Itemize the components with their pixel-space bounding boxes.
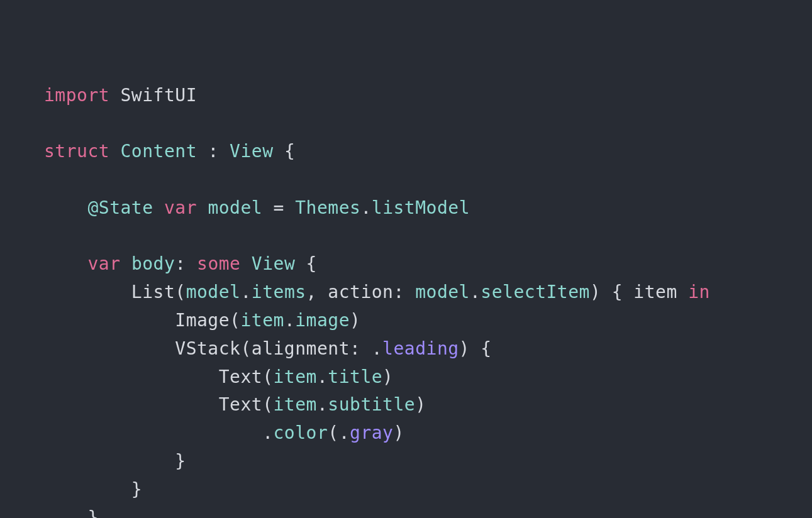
token-param: item [240, 310, 284, 331]
token-keyword: var [87, 253, 120, 274]
code-line [44, 223, 768, 251]
token-property: listModel [372, 197, 470, 218]
token-property: image [295, 310, 350, 331]
token-property: body [131, 253, 175, 274]
token-default: . [284, 310, 295, 331]
code-line [44, 109, 768, 138]
token-default: . [470, 282, 481, 302]
token-type: View [252, 253, 295, 274]
code-line [44, 166, 768, 194]
token-default [197, 197, 208, 218]
code-line: @State var model = Themes.listModel [44, 194, 768, 223]
token-default: , action: [306, 282, 416, 302]
token-default: Image( [44, 310, 240, 331]
token-enum: leading [382, 338, 459, 359]
token-default: ) { item [590, 282, 688, 302]
code-line: } [44, 504, 768, 518]
token-property: model [208, 197, 262, 218]
token-default [44, 197, 87, 218]
token-default: : [197, 141, 230, 162]
token-default: ) [350, 310, 360, 331]
token-keyword: some [197, 253, 240, 274]
code-block: import SwiftUI struct Content : View { @… [44, 82, 768, 518]
token-default: ) { [459, 338, 492, 359]
token-default: { [274, 141, 296, 162]
code-line: List(model.items, action: model.selectIt… [44, 278, 768, 307]
token-default: . [240, 282, 251, 302]
token-property: title [328, 366, 382, 387]
code-line: } [44, 448, 768, 476]
token-default: ) [382, 366, 393, 387]
token-param: model [415, 282, 470, 302]
token-default: . [317, 366, 328, 387]
token-type: View [230, 141, 273, 162]
token-enum: gray [350, 422, 393, 443]
token-param: item [274, 394, 317, 415]
token-default: : [175, 253, 197, 274]
code-line: .color(.gray) [44, 419, 768, 448]
code-line: Text(item.title) [44, 363, 768, 392]
token-keyword: in [688, 282, 710, 302]
token-property: items [252, 282, 306, 302]
token-default: Text( [44, 394, 274, 415]
code-line: } [44, 476, 768, 504]
token-param: item [274, 366, 317, 387]
token-default: ) [415, 394, 426, 415]
token-default: Text( [44, 366, 274, 387]
token-type: @State [87, 197, 153, 218]
token-property: color [274, 422, 328, 443]
token-property: selectItem [481, 282, 590, 302]
token-default: . [44, 422, 274, 443]
code-line: Image(item.image) [44, 307, 768, 335]
token-default: ) [393, 422, 404, 443]
token-default: } [44, 507, 99, 518]
token-keyword: import [44, 85, 109, 106]
token-property: subtitle [328, 394, 415, 415]
code-line: import SwiftUI [44, 82, 768, 110]
token-default [240, 253, 251, 274]
token-default: SwiftUI [109, 85, 197, 106]
token-param: model [186, 282, 241, 302]
code-line: VStack(alignment: .leading) { [44, 335, 768, 363]
token-default [109, 141, 120, 162]
token-default: { [295, 253, 317, 274]
token-type: Themes [295, 197, 360, 218]
code-line: var body: some View { [44, 250, 768, 278]
token-default: . [317, 394, 328, 415]
token-default: } [44, 451, 186, 471]
token-keyword: var [164, 197, 197, 218]
token-default: = [262, 197, 295, 218]
code-line: struct Content : View { [44, 138, 768, 166]
token-keyword: struct [44, 141, 109, 162]
token-default: List( [44, 282, 186, 302]
token-default [44, 253, 87, 274]
token-type: Content [121, 141, 197, 162]
token-default: (. [328, 422, 350, 443]
token-default [153, 197, 164, 218]
token-default: . [360, 197, 371, 218]
code-line: Text(item.subtitle) [44, 391, 768, 419]
token-default [121, 253, 131, 274]
token-default: } [44, 479, 142, 500]
token-default: VStack(alignment: . [44, 338, 382, 359]
